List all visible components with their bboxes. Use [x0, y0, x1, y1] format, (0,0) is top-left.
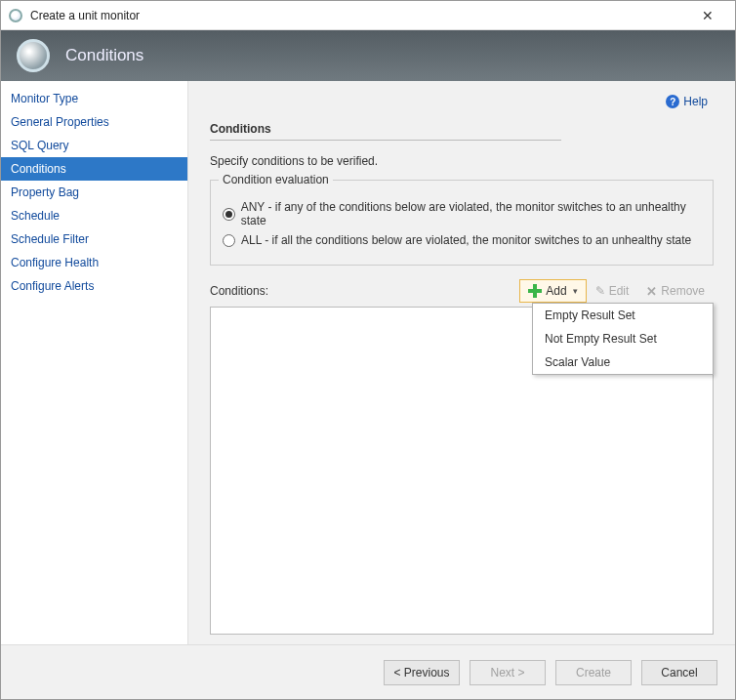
sidebar-item-configure-health[interactable]: Configure Health — [1, 251, 187, 274]
plus-icon — [528, 284, 542, 298]
sidebar-item-general-properties[interactable]: General Properties — [1, 110, 187, 134]
sidebar-item-schedule[interactable]: Schedule — [1, 204, 187, 227]
remove-button-label: Remove — [661, 284, 705, 298]
window-title: Create a unit monitor — [30, 9, 688, 22]
conditions-toolbar: Conditions: Add ▾ ✎ Edit ✕ Remove — [210, 279, 714, 303]
banner-title: Conditions — [65, 46, 143, 65]
pencil-icon: ✎ — [595, 284, 605, 298]
x-icon: ✕ — [646, 284, 657, 299]
chevron-down-icon: ▾ — [573, 286, 578, 296]
banner-icon — [17, 39, 50, 72]
footer: < Previous Next > Create Cancel — [1, 644, 735, 699]
edit-button-label: Edit — [609, 284, 630, 298]
condition-evaluation-fieldset: Condition evaluation ANY - if any of the… — [210, 180, 714, 266]
radio-any-input[interactable] — [223, 208, 235, 221]
sidebar-item-property-bag[interactable]: Property Bag — [1, 181, 187, 204]
edit-button: ✎ Edit — [587, 279, 638, 303]
main-panel: ? Help Conditions Specify conditions to … — [188, 81, 735, 644]
create-button: Create — [555, 660, 632, 685]
help-label: Help — [683, 95, 708, 108]
dropdown-item-not-empty-result-set[interactable]: Not Empty Result Set — [533, 327, 713, 350]
fieldset-legend: Condition evaluation — [219, 173, 333, 186]
add-button[interactable]: Add ▾ — [519, 279, 586, 303]
next-button: Next > — [470, 660, 546, 685]
sidebar-item-configure-alerts[interactable]: Configure Alerts — [1, 274, 187, 298]
dropdown-item-scalar-value[interactable]: Scalar Value — [533, 350, 713, 374]
radio-all-input[interactable] — [223, 234, 235, 247]
wizard-sidebar: Monitor Type General Properties SQL Quer… — [1, 81, 188, 644]
conditions-label: Conditions: — [210, 284, 268, 298]
add-dropdown: Empty Result Set Not Empty Result Set Sc… — [532, 303, 714, 375]
banner: Conditions — [1, 30, 735, 81]
sidebar-item-conditions[interactable]: Conditions — [1, 157, 187, 181]
dropdown-item-empty-result-set[interactable]: Empty Result Set — [533, 304, 713, 327]
section-title: Conditions — [210, 122, 561, 141]
sidebar-item-sql-query[interactable]: SQL Query — [1, 134, 187, 157]
radio-any[interactable]: ANY - if any of the conditions below are… — [223, 200, 701, 227]
radio-all[interactable]: ALL - if all the conditions below are vi… — [223, 233, 701, 247]
sidebar-item-monitor-type[interactable]: Monitor Type — [1, 87, 187, 110]
titlebar: Create a unit monitor ✕ — [1, 1, 735, 30]
help-icon: ? — [666, 95, 679, 108]
radio-all-label: ALL - if all the conditions below are vi… — [241, 233, 691, 247]
toolbar-buttons: Add ▾ ✎ Edit ✕ Remove Empty Result Set N… — [519, 279, 714, 303]
remove-button: ✕ Remove — [637, 279, 714, 303]
close-button[interactable]: ✕ — [688, 8, 727, 23]
previous-button[interactable]: < Previous — [384, 660, 460, 685]
help-link[interactable]: ? Help — [666, 95, 708, 108]
body: Monitor Type General Properties SQL Quer… — [1, 81, 735, 644]
sidebar-item-schedule-filter[interactable]: Schedule Filter — [1, 227, 187, 251]
radio-any-label: ANY - if any of the conditions below are… — [241, 200, 701, 227]
section-subtext: Specify conditions to be verified. — [210, 154, 714, 168]
add-button-label: Add — [546, 284, 566, 298]
app-icon — [9, 9, 22, 22]
cancel-button[interactable]: Cancel — [641, 660, 717, 685]
dialog-window: Create a unit monitor ✕ Conditions Monit… — [0, 0, 736, 700]
